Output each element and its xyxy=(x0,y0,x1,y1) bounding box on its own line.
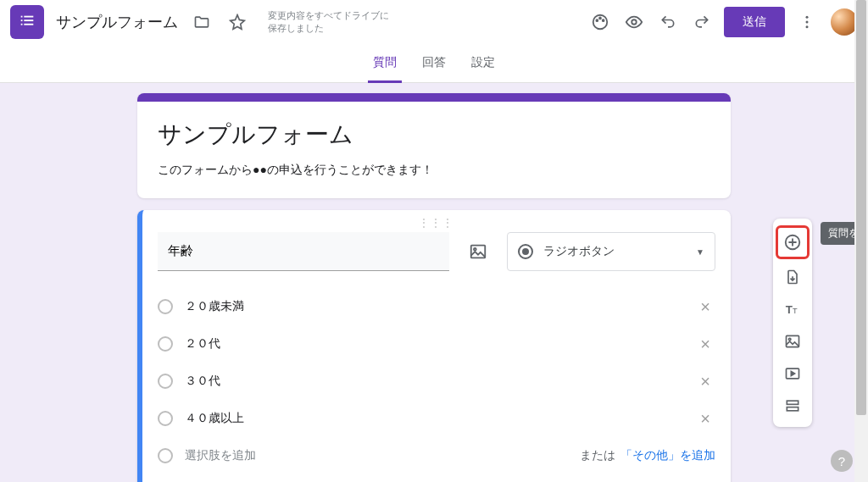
chevron-down-icon: ▼ xyxy=(696,247,704,257)
app-header: サンプルフォーム 変更内容をすべてドライブに保存しました 送信 質問 回答 設定 xyxy=(0,0,868,83)
add-image-icon[interactable] xyxy=(461,235,495,269)
question-header-row: ラジオボタン ▼ xyxy=(158,232,715,271)
send-button[interactable]: 送信 xyxy=(724,7,785,37)
option-row: ３０代 × xyxy=(158,363,715,400)
option-row: ２０歳未満 × xyxy=(158,288,715,325)
form-header-card[interactable]: サンプルフォーム このフォームから●●の申込を行うことができます！ xyxy=(137,93,731,198)
svg-rect-5 xyxy=(24,24,33,25)
undo-icon[interactable] xyxy=(651,5,685,39)
canvas: サンプルフォーム このフォームから●●の申込を行うことができます！ ⋮⋮⋮ ラジ… xyxy=(0,83,868,482)
tab-questions[interactable]: 質問 xyxy=(368,55,402,83)
question-type-select[interactable]: ラジオボタン ▼ xyxy=(507,232,715,271)
svg-point-7 xyxy=(596,19,598,21)
tab-settings[interactable]: 設定 xyxy=(466,55,500,83)
svg-rect-0 xyxy=(21,16,23,18)
radio-circle-icon xyxy=(158,299,173,314)
svg-point-15 xyxy=(474,248,476,251)
radio-circle-icon xyxy=(158,448,173,463)
question-title-input[interactable] xyxy=(158,232,449,271)
option-row: ４０歳以上 × xyxy=(158,400,715,437)
option-row: ２０代 × xyxy=(158,325,715,363)
star-icon[interactable] xyxy=(220,5,254,39)
options-list: ２０歳未満 × ２０代 × ３０代 × ４０歳以上 × 選択肢を追加 ま xyxy=(158,288,715,474)
svg-point-12 xyxy=(806,21,809,24)
svg-rect-4 xyxy=(24,19,33,21)
svg-point-9 xyxy=(603,19,604,21)
form-name[interactable]: サンプルフォーム xyxy=(158,119,710,151)
svg-rect-23 xyxy=(787,407,798,411)
help-icon[interactable]: ? xyxy=(831,450,853,472)
save-status-text: 変更内容をすべてドライブに保存しました xyxy=(268,9,395,36)
radio-circle-icon xyxy=(158,411,173,426)
option-label[interactable]: ４０歳以上 xyxy=(185,411,695,426)
svg-rect-3 xyxy=(24,16,33,18)
option-label[interactable]: ２０代 xyxy=(185,336,695,352)
tabs-row: 質問 回答 設定 xyxy=(0,44,868,83)
question-type-label: ラジオボタン xyxy=(543,244,696,259)
form-description[interactable]: このフォームから●●の申込を行うことができます！ xyxy=(158,163,710,178)
question-card[interactable]: ⋮⋮⋮ ラジオボタン ▼ ２０歳未満 × ２０代 × xyxy=(137,210,731,482)
add-image-toolbar-icon[interactable] xyxy=(778,327,807,356)
svg-point-13 xyxy=(806,25,809,28)
add-video-icon[interactable] xyxy=(778,359,807,388)
add-other-link[interactable]: 「その他」を追加 xyxy=(620,448,715,463)
more-icon[interactable] xyxy=(790,5,824,39)
remove-option-icon[interactable]: × xyxy=(695,335,715,354)
or-text: または xyxy=(580,448,615,463)
svg-text:T: T xyxy=(793,307,798,315)
svg-rect-22 xyxy=(787,401,798,404)
add-option-label[interactable]: 選択肢を追加 xyxy=(185,448,575,463)
forms-logo[interactable] xyxy=(10,5,44,39)
add-question-button[interactable] xyxy=(776,225,810,259)
radio-circle-icon xyxy=(158,374,173,389)
palette-icon[interactable] xyxy=(583,5,617,39)
option-label[interactable]: ２０歳未満 xyxy=(185,299,695,314)
add-title-icon[interactable]: TT xyxy=(778,295,807,324)
option-label[interactable]: ３０代 xyxy=(185,374,695,389)
header-top-row: サンプルフォーム 変更内容をすべてドライブに保存しました 送信 xyxy=(0,0,868,44)
svg-text:T: T xyxy=(786,303,793,316)
radio-icon xyxy=(518,244,533,259)
move-folder-icon[interactable] xyxy=(185,5,219,39)
side-toolbar: TT xyxy=(773,219,812,427)
preview-icon[interactable] xyxy=(617,5,651,39)
tab-responses[interactable]: 回答 xyxy=(417,55,451,83)
svg-point-8 xyxy=(599,18,601,19)
scrollbar-track[interactable] xyxy=(854,0,868,482)
radio-circle-icon xyxy=(158,336,173,352)
svg-rect-1 xyxy=(21,19,23,21)
scrollbar-thumb[interactable] xyxy=(856,0,866,415)
add-option-row: 選択肢を追加 または 「その他」を追加 xyxy=(158,437,715,474)
svg-rect-2 xyxy=(21,24,23,25)
svg-point-20 xyxy=(788,338,791,341)
remove-option-icon[interactable]: × xyxy=(695,409,715,429)
remove-option-icon[interactable]: × xyxy=(695,372,715,391)
redo-icon[interactable] xyxy=(685,5,719,39)
remove-option-icon[interactable]: × xyxy=(695,297,715,317)
import-question-icon[interactable] xyxy=(778,263,807,291)
add-section-icon[interactable] xyxy=(778,391,807,420)
svg-point-10 xyxy=(632,19,637,25)
drag-handle-icon[interactable]: ⋮⋮⋮ xyxy=(158,217,715,229)
document-title[interactable]: サンプルフォーム xyxy=(56,12,178,32)
svg-point-11 xyxy=(806,16,809,19)
